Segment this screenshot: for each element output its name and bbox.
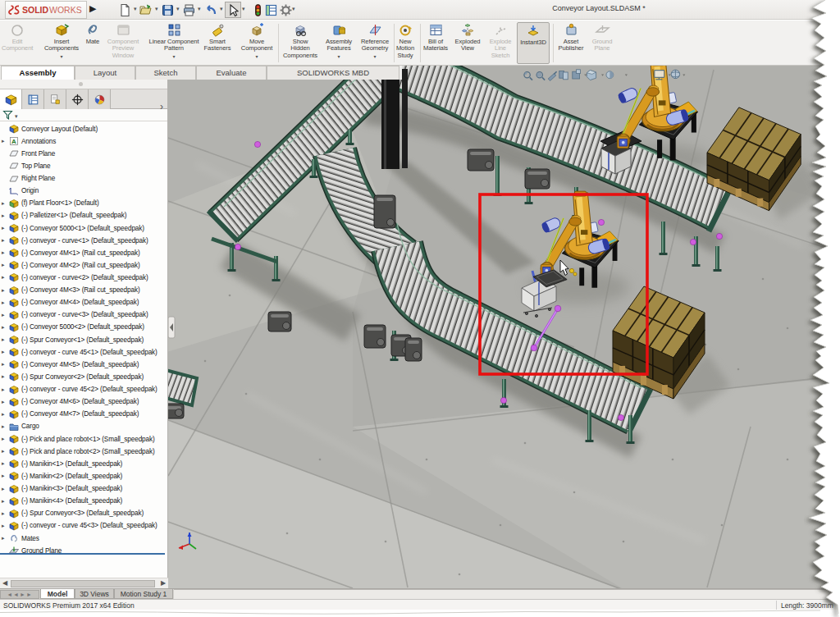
svg-text:SOLID: SOLID [22, 5, 49, 15]
svg-text:WORKS: WORKS [49, 5, 82, 15]
